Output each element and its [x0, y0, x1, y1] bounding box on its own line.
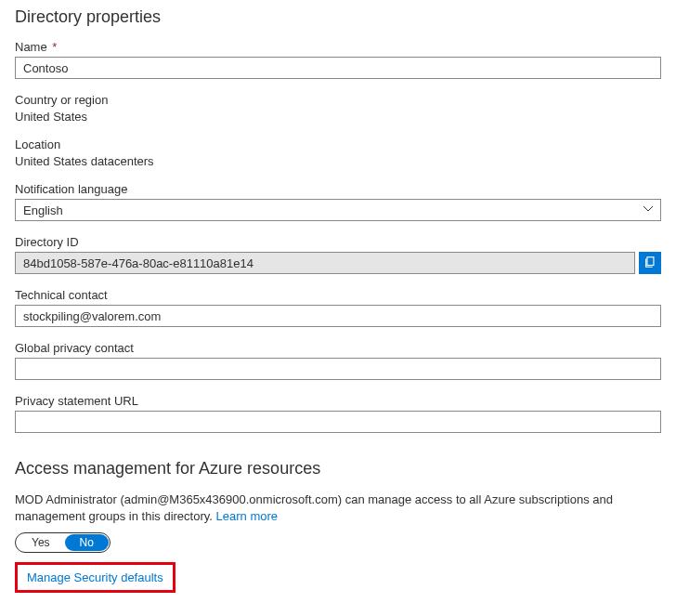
svg-rect-0	[647, 256, 654, 265]
label-global-privacy: Global privacy contact	[15, 341, 661, 355]
field-name: Name *	[15, 40, 661, 79]
field-location: Location United States datacenters	[15, 138, 661, 168]
required-asterisk: *	[52, 40, 57, 54]
label-location: Location	[15, 138, 661, 151]
field-privacy-url: Privacy statement URL	[15, 394, 661, 433]
highlight-box: Manage Security defaults	[15, 562, 176, 593]
access-toggle[interactable]: Yes No	[15, 532, 110, 553]
name-input[interactable]	[15, 57, 661, 79]
field-language: Notification language English	[15, 182, 661, 221]
label-privacy-url: Privacy statement URL	[15, 394, 661, 408]
technical-contact-input[interactable]	[15, 305, 661, 327]
label-country: Country or region	[15, 93, 661, 107]
field-technical-contact: Technical contact	[15, 288, 661, 327]
directory-id-input[interactable]	[15, 252, 635, 274]
label-name-text: Name	[15, 40, 47, 54]
access-management-description: MOD Administrator (admin@M365x436900.onm…	[15, 491, 661, 525]
privacy-url-input[interactable]	[15, 411, 661, 433]
language-select[interactable]: English	[15, 199, 661, 221]
value-country: United States	[15, 110, 661, 124]
section-title-directory-properties: Directory properties	[15, 7, 661, 27]
toggle-no[interactable]: No	[65, 534, 109, 551]
value-location: United States datacenters	[15, 154, 661, 168]
manage-security-defaults-link[interactable]: Manage Security defaults	[27, 570, 163, 584]
copy-icon	[644, 256, 656, 271]
field-country: Country or region United States	[15, 93, 661, 124]
access-management-description-text: MOD Administrator (admin@M365x436900.onm…	[15, 492, 613, 523]
section-title-access-management: Access management for Azure resources	[15, 459, 661, 478]
learn-more-link[interactable]: Learn more	[216, 509, 278, 523]
label-technical-contact: Technical contact	[15, 288, 661, 302]
field-global-privacy: Global privacy contact	[15, 341, 661, 380]
field-directory-id: Directory ID	[15, 235, 661, 274]
copy-button[interactable]	[639, 252, 661, 274]
label-name: Name *	[15, 40, 661, 54]
label-directory-id: Directory ID	[15, 235, 661, 249]
section-access-management: Access management for Azure resources MO…	[15, 459, 661, 593]
label-language: Notification language	[15, 182, 661, 196]
toggle-yes[interactable]: Yes	[17, 534, 65, 551]
global-privacy-input[interactable]	[15, 358, 661, 380]
